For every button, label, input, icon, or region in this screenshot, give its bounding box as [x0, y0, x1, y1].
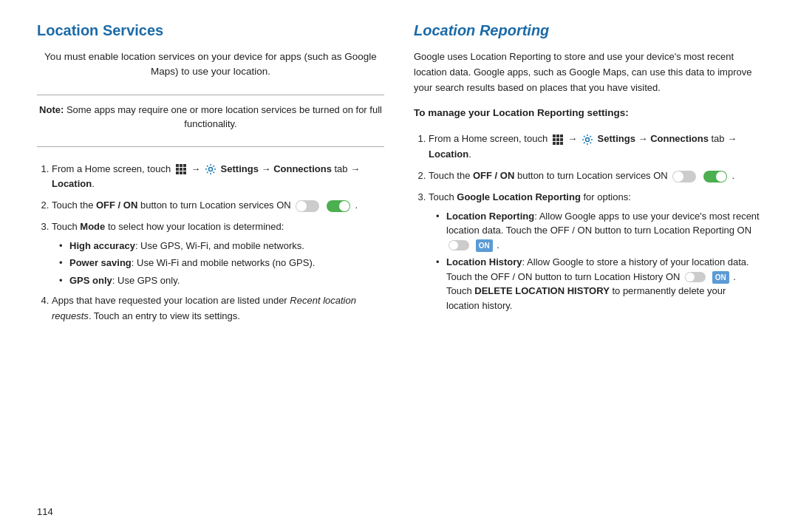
- svg-rect-14: [556, 138, 559, 141]
- right-bullet-1: Location Reporting: Allow Google apps to…: [436, 209, 761, 253]
- left-bullet-3: GPS only: Use GPS only.: [59, 273, 384, 288]
- r-toggle-knob-on: [716, 171, 726, 182]
- svg-rect-3: [176, 168, 179, 171]
- r-toggle-knob-off: [673, 171, 683, 182]
- left-title: Location Services: [37, 22, 384, 39]
- delete-history-label: DELETE LOCATION HISTORY: [474, 285, 610, 296]
- right-bullets: Location Reporting: Allow Google apps to…: [436, 209, 761, 313]
- r-toggle-on-switch[interactable]: [703, 171, 727, 183]
- lh-toggle-knob: [686, 273, 695, 282]
- toggle-knob-on-1: [339, 201, 349, 211]
- gear-icon-1: [205, 163, 216, 175]
- right-steps: From a Home screen, touch → Settings: [429, 132, 761, 318]
- left-step-3: Touch Mode to select how your location i…: [52, 219, 384, 287]
- svg-rect-8: [183, 171, 186, 174]
- svg-rect-15: [560, 138, 563, 141]
- left-divider: [37, 95, 384, 95]
- recent-requests-label: Recent location requests: [52, 295, 356, 321]
- svg-rect-17: [556, 142, 559, 145]
- grid-icon: [175, 163, 187, 175]
- high-accuracy-label: High accuracy: [69, 240, 135, 251]
- location-label-1: Location: [52, 178, 92, 189]
- left-column: Location Services You must enable locati…: [37, 22, 384, 510]
- svg-rect-12: [560, 134, 563, 137]
- svg-rect-16: [553, 142, 556, 145]
- right-bullet-2: Location History: Allow Google to store …: [436, 255, 761, 313]
- lh-toggle-off[interactable]: [685, 272, 706, 282]
- left-divider2: [37, 146, 384, 147]
- r-connections-label: Connections: [650, 133, 709, 144]
- right-step-3: Touch Google Location Reporting for opti…: [429, 190, 761, 313]
- left-intro: You must enable location services on you…: [37, 50, 384, 80]
- left-step-1: From a Home screen, touch → Settings: [52, 162, 384, 193]
- r-location-label: Location: [429, 149, 468, 160]
- toggle-off-switch-1[interactable]: [296, 200, 319, 212]
- note-block: Note: Some apps may require one or more …: [37, 103, 384, 132]
- gps-only-label: GPS only: [69, 275, 112, 286]
- arrow1: →: [191, 163, 200, 174]
- google-lr-label: Google Location Reporting: [457, 191, 581, 202]
- mode-label: Mode: [80, 221, 105, 232]
- r-settings-label: Settings: [598, 133, 635, 144]
- left-steps: From a Home screen, touch → Settings: [52, 162, 384, 330]
- svg-point-9: [208, 168, 212, 171]
- r-arrow1: →: [567, 133, 577, 144]
- note-text: Some apps may require one or more locati…: [64, 104, 382, 130]
- svg-rect-18: [560, 142, 563, 145]
- power-saving-label: Power saving: [69, 257, 132, 268]
- right-step-1: From a Home screen, touch → Settings: [429, 132, 761, 163]
- left-bullets: High accuracy: Use GPS, Wi-Fi, and mobil…: [59, 239, 384, 288]
- lr-toggle-knob: [449, 241, 458, 250]
- left-step-2: Touch the OFF / ON button to turn Locati…: [52, 198, 384, 214]
- off-on-label-1: OFF / ON: [96, 200, 137, 211]
- grid-icon-r: [552, 134, 564, 146]
- right-intro: Google uses Location Reporting to store …: [414, 50, 761, 95]
- svg-rect-0: [176, 164, 179, 167]
- connections-label-1: Connections: [273, 163, 332, 174]
- svg-rect-2: [183, 164, 186, 167]
- sub-heading: To manage your Location Reporting settin…: [414, 107, 761, 118]
- r-off-on-label: OFF / ON: [473, 170, 514, 181]
- svg-rect-4: [180, 168, 183, 171]
- lr-label: Location Reporting: [446, 211, 534, 222]
- svg-rect-7: [180, 171, 183, 174]
- page-number: 114: [37, 506, 53, 517]
- arrow2: →: [262, 163, 271, 174]
- right-column: Location Reporting Google uses Location …: [414, 22, 761, 510]
- page-container: Location Services You must enable locati…: [0, 0, 798, 532]
- lh-label: Location History: [446, 256, 522, 267]
- toggle-on-1: [324, 200, 352, 212]
- right-title: Location Reporting: [414, 22, 761, 39]
- left-step-4: Apps that have requested your location a…: [52, 293, 384, 324]
- svg-rect-11: [556, 134, 559, 137]
- gear-icon-r1: [582, 134, 593, 146]
- r-toggle-off-switch[interactable]: [672, 171, 696, 183]
- note-label: Note:: [39, 104, 64, 115]
- svg-rect-1: [180, 164, 183, 167]
- toggle-off-1: [293, 200, 321, 212]
- settings-label-1: Settings: [221, 163, 259, 174]
- left-bullet-2: Power saving: Use Wi-Fi and mobile netwo…: [59, 256, 384, 270]
- right-step-2: Touch the OFF / ON button to turn Locati…: [429, 168, 761, 184]
- svg-rect-6: [176, 171, 179, 174]
- on-badge-2: ON: [712, 271, 729, 284]
- r-toggle-off: [670, 171, 698, 183]
- r-toggle-on: [701, 171, 729, 183]
- r-arrow2: →: [638, 133, 648, 144]
- left-bullet-1: High accuracy: Use GPS, Wi-Fi, and mobil…: [59, 239, 384, 253]
- on-badge-1: ON: [476, 239, 493, 252]
- toggle-knob-1: [296, 201, 307, 211]
- svg-rect-10: [553, 134, 556, 137]
- toggle-on-switch-1[interactable]: [327, 200, 350, 212]
- svg-point-19: [585, 137, 589, 141]
- svg-rect-5: [183, 168, 186, 171]
- lr-toggle-off[interactable]: [449, 240, 469, 250]
- svg-rect-13: [553, 138, 556, 141]
